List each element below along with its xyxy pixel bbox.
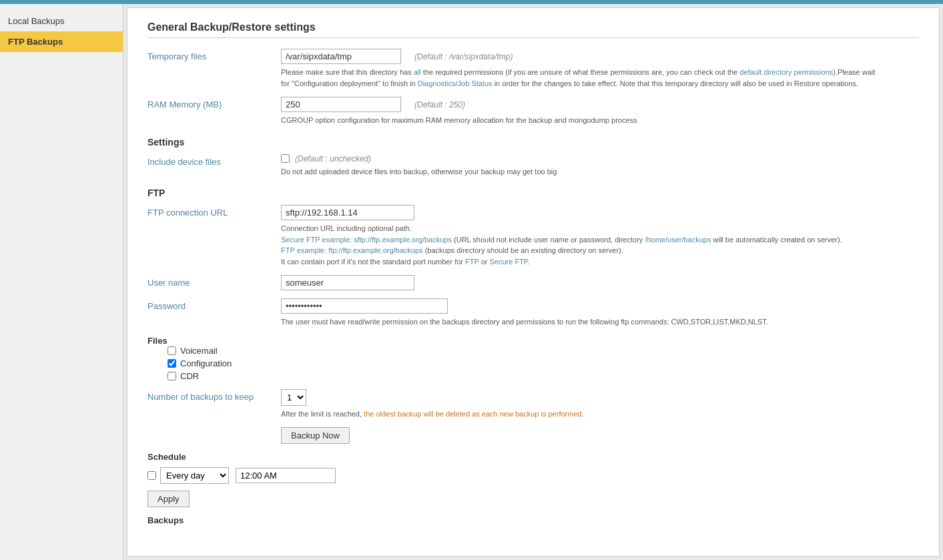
include-device-default: (Default : unchecked) [295, 154, 371, 164]
cdr-label: CDR [180, 371, 199, 381]
ram-memory-row: RAM Memory (MB) (Default : 250) CGROUP o… [147, 97, 919, 126]
temp-files-input[interactable] [281, 49, 401, 64]
password-row: Password The user must have read/write p… [147, 298, 919, 328]
voicemail-label: Voicemail [180, 346, 218, 356]
schedule-checkbox[interactable] [147, 471, 156, 480]
apply-button-container: Apply [147, 491, 919, 507]
voicemail-checkbox[interactable] [168, 346, 176, 355]
username-input[interactable] [281, 275, 414, 290]
include-device-hint: Do not add uploaded device files into ba… [281, 166, 882, 178]
temp-files-row: Temporary files (Default : /var/sipxdata… [147, 49, 919, 89]
files-title: Files [147, 336, 168, 346]
password-content: The user must have read/write permission… [281, 298, 919, 328]
schedule-time-input[interactable] [236, 468, 336, 483]
username-label: User name [147, 275, 281, 288]
num-backups-label: Number of backups to keep [147, 389, 281, 402]
ram-hint: CGROUP option configuration for maximum … [281, 115, 882, 126]
cdr-checkbox[interactable] [168, 372, 176, 380]
configuration-row: Configuration [168, 358, 919, 368]
schedule-frequency-select[interactable]: Every day Every week Every month [160, 467, 229, 484]
num-backups-content: 1 2 3 4 5 After the limit is reached, th… [281, 389, 584, 420]
include-device-checkbox[interactable] [281, 154, 290, 163]
schedule-title: Schedule [147, 452, 186, 462]
include-device-label: Include device files [147, 154, 281, 167]
temp-files-default: (Default : /var/sipxdata/tmp) [414, 52, 513, 61]
username-content [281, 275, 919, 290]
files-checkboxes: Voicemail Configuration CDR [168, 346, 919, 381]
page-title: General Backup/Restore settings [147, 21, 919, 38]
ram-default: (Default : 250) [414, 100, 465, 109]
voicemail-row: Voicemail [168, 346, 919, 356]
include-device-content: (Default : unchecked) Do not add uploade… [281, 154, 919, 178]
ftp-url-content: Connection URL including optional path. … [281, 205, 919, 267]
ftp-url-row: FTP connection URL Connection URL includ… [147, 205, 919, 267]
ram-label: RAM Memory (MB) [147, 97, 281, 109]
ftp-url-hint: Connection URL including optional path. … [281, 223, 882, 267]
ftp-title: FTP [147, 188, 919, 198]
num-backups-hint: After the limit is reached, the oldest b… [281, 408, 584, 420]
ftp-url-input[interactable] [281, 205, 414, 220]
ram-input[interactable] [281, 97, 401, 112]
main-content: General Backup/Restore settings Temporar… [127, 7, 940, 557]
settings-title: Settings [147, 137, 919, 148]
sidebar-item-local-backups[interactable]: Local Backups [0, 11, 123, 31]
backups-section: Backups [147, 515, 919, 525]
ram-content: (Default : 250) CGROUP option configurat… [281, 97, 919, 126]
num-backups-row: Number of backups to keep 1 2 3 4 5 Afte… [147, 389, 919, 420]
temp-files-label: Temporary files [147, 49, 281, 61]
ftp-url-label: FTP connection URL [147, 205, 281, 218]
configuration-label: Configuration [180, 358, 232, 368]
num-backups-select[interactable]: 1 2 3 4 5 [281, 389, 306, 406]
backup-now-container: Backup Now [281, 427, 919, 444]
backups-label: Backups [147, 515, 184, 525]
password-hint: The user must have read/write permission… [281, 316, 882, 328]
include-device-row: Include device files (Default : unchecke… [147, 154, 919, 178]
apply-button[interactable]: Apply [147, 491, 190, 507]
backup-now-button[interactable]: Backup Now [281, 427, 350, 444]
configuration-checkbox[interactable] [168, 359, 176, 368]
temp-files-content: (Default : /var/sipxdata/tmp) Please mak… [281, 49, 919, 89]
cdr-row: CDR [168, 371, 919, 381]
password-input[interactable] [281, 298, 448, 314]
sidebar: Local Backups FTP Backups [0, 4, 123, 560]
schedule-section: Schedule Every day Every week Every mont… [147, 452, 919, 507]
temp-files-hint: Please make sure that this directory has… [281, 67, 882, 89]
files-section: Files Voicemail Configuration CDR [147, 336, 919, 381]
schedule-row: Every day Every week Every month [147, 467, 919, 484]
username-row: User name [147, 275, 919, 290]
sidebar-item-ftp-backups[interactable]: FTP Backups [0, 31, 123, 52]
password-label: Password [147, 298, 281, 311]
